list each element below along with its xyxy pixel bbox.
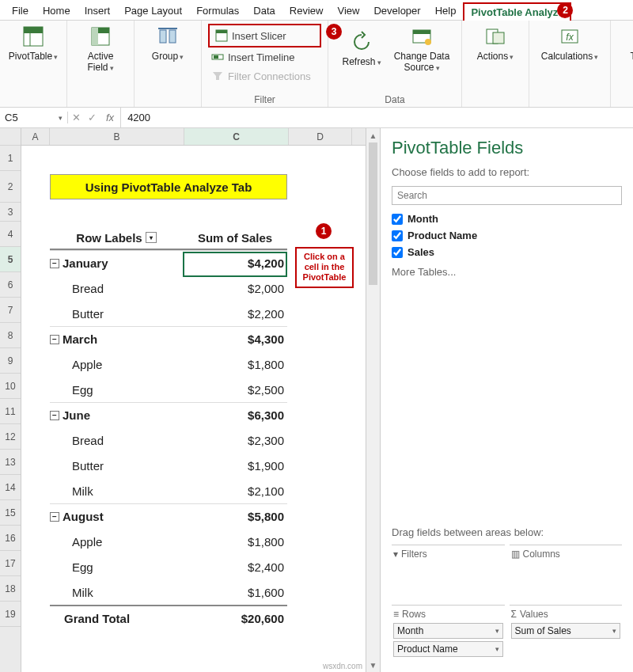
pivot-row-value: $1,800 [183,535,287,549]
field-month[interactable]: Month [392,213,622,225]
field-sales-checkbox[interactable] [392,247,403,258]
field-product-name[interactable]: Product Name [392,230,622,241]
row-14[interactable]: 14 [0,475,21,500]
col-c[interactable]: C [184,128,289,145]
insert-timeline-button[interactable]: Insert Timeline [208,47,321,66]
scroll-thumb[interactable] [369,142,377,285]
refresh-button[interactable]: Refresh▾ [335,24,389,73]
collapse-icon[interactable]: − [50,335,59,344]
row-13[interactable]: 13 [0,450,21,475]
pivot-row[interactable]: Apple$1,800 [50,529,287,554]
row-15[interactable]: 15 [0,500,21,526]
rowlabels-dropdown-icon[interactable]: ▾ [146,232,157,243]
chip-sum-of-sales[interactable]: Sum of Sales▾ [511,623,621,639]
chip-month[interactable]: Month▾ [393,623,503,639]
field-sales[interactable]: Sales [392,246,622,258]
pivot-row-value: $2,300 [183,434,287,447]
area-rows[interactable]: ≡Rows Month▾ Product Name▾ [392,605,505,663]
row-11[interactable]: 11 [0,399,21,424]
pivot-row[interactable]: Bread$2,300 [50,427,287,453]
area-filters[interactable]: ▾Filters [392,545,505,600]
svg-rect-16 [493,32,504,44]
area-columns[interactable]: ▥Columns [510,545,623,600]
col-d[interactable]: D [289,128,352,145]
row-12[interactable]: 12 [0,424,21,450]
row-10[interactable]: 10 [0,374,21,399]
row-19[interactable]: 19 [0,602,21,627]
row-3[interactable]: 3 [0,203,21,222]
row-4[interactable]: 4 [0,222,21,247]
row-18[interactable]: 18 [0,576,21,602]
group-button[interactable]: Group▾ [141,24,195,62]
row-8[interactable]: 8 [0,323,21,348]
row-17[interactable]: 17 [0,551,21,576]
callout-annotation: 1 Click on a cell in the PivotTable [295,247,354,288]
row-1[interactable]: 1 [0,146,21,171]
calculations-button[interactable]: fx Calculations▾ [536,24,604,62]
col-a[interactable]: A [21,128,50,145]
change-data-source-button[interactable]: Change Data Source▾ [389,24,455,73]
col-b[interactable]: B [50,128,184,145]
row-16[interactable]: 16 [0,526,21,551]
fb-cancel[interactable]: ✕ [68,112,84,123]
tab-insert[interactable]: Insert [78,2,118,20]
area-values[interactable]: ΣValues Sum of Sales▾ [510,605,623,663]
pivot-row[interactable]: −January$4,200 [50,250,287,275]
fx-button[interactable]: fx [100,108,121,127]
group-calculations: fx Calculations▾ [529,21,611,107]
pivot-row[interactable]: −March$4,300 [50,326,287,351]
row-7[interactable]: 7 [0,298,21,323]
vertical-scrollbar[interactable]: ▲ ▼ [366,128,380,672]
row-9[interactable]: 9 [0,348,21,374]
tab-page-layout[interactable]: Page Layout [117,2,189,20]
pivot-row[interactable]: Apple$1,800 [50,351,287,377]
pivot-row[interactable]: Butter$2,200 [50,301,287,326]
collapse-icon[interactable]: − [50,411,59,420]
pivot-row[interactable]: Butter$1,900 [50,453,287,478]
scroll-down-icon[interactable]: ▼ [366,658,380,672]
scroll-up-icon[interactable]: ▲ [366,128,380,142]
chip-product-name[interactable]: Product Name▾ [393,641,503,657]
svg-rect-7 [169,30,176,43]
pivot-title: Using PivotTable Analyze Tab [50,174,287,199]
row-6[interactable]: 6 [0,272,21,298]
name-box[interactable]: C5▾ [0,112,68,123]
tab-file[interactable]: File [5,2,36,20]
tab-view[interactable]: View [330,2,366,20]
fields-search-input[interactable] [392,186,622,205]
group-pivottable: PivotTable▾ [0,21,67,107]
tab-help[interactable]: Help [428,2,464,20]
pivot-row[interactable]: Bread$2,000 [50,275,287,301]
pivot-table[interactable]: Row Labels▾ Sum of Sales −January$4,200B… [50,226,287,630]
pivot-row[interactable]: Egg$2,500 [50,377,287,402]
pivot-row[interactable]: −June$6,300 [50,402,287,427]
tab-home[interactable]: Home [36,2,78,20]
collapse-icon[interactable]: − [50,512,59,522]
row-2[interactable]: 2 [0,171,21,203]
pivot-header-rowlabels[interactable]: Row Labels▾ [50,226,183,249]
pivottable-button[interactable]: PivotTable▾ [6,24,60,62]
pivot-row[interactable]: Milk$1,600 [50,579,287,605]
active-field-button[interactable]: Active Field▾ [74,24,127,73]
more-tables-link[interactable]: More Tables... [392,266,622,278]
tab-developer[interactable]: Developer [366,2,427,20]
tab-review[interactable]: Review [282,2,331,20]
formula-value[interactable]: 4200 [121,112,157,123]
field-month-checkbox[interactable] [392,214,403,225]
insert-slicer-button[interactable]: Insert Slicer [212,26,317,45]
tab-formulas[interactable]: Formulas [189,2,246,20]
group-label-data: Data [335,93,455,105]
tab-data[interactable]: Data [246,2,282,20]
row-5[interactable]: 5 [0,247,21,272]
worksheet[interactable]: 1 2 3 4 5 6 7 8 9 10 11 12 13 14 15 16 1… [0,128,380,672]
actions-button[interactable]: Actions▾ [468,24,522,62]
pivot-row[interactable]: Egg$2,400 [50,554,287,579]
field-product-name-checkbox[interactable] [392,230,403,241]
tools-button[interactable]: fx Tools▾ [617,24,633,62]
pivot-row-label: Apple [72,358,102,371]
pivot-row[interactable]: −August$5,800 [50,503,287,529]
fb-enter[interactable]: ✓ [84,112,100,123]
collapse-icon[interactable]: − [50,259,59,268]
tab-pivottable-analyze[interactable]: PivotTable Analyze 2 [463,2,571,21]
pivot-row[interactable]: Milk$2,100 [50,478,287,503]
